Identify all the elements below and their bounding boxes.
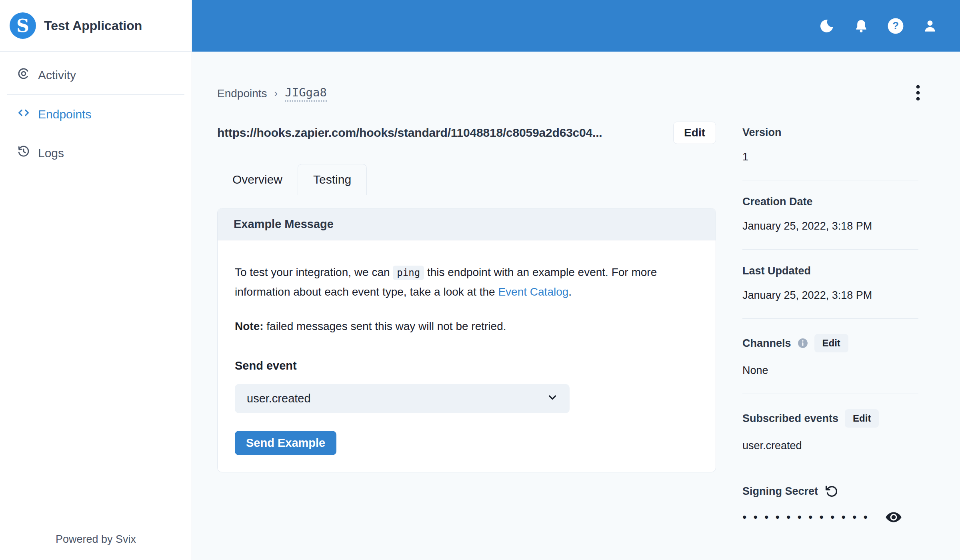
last-updated-label: Last Updated: [742, 265, 918, 277]
signing-secret-label-row: Signing Secret: [742, 484, 918, 498]
card-body: To test your integration, we can ping th…: [218, 240, 716, 472]
application-home-link[interactable]: S Test Application: [0, 0, 192, 52]
tab-overview[interactable]: Overview: [217, 164, 298, 195]
panel-divider: [742, 249, 918, 250]
help-question-icon[interactable]: ?: [887, 18, 904, 34]
edit-subscribed-events-button[interactable]: Edit: [845, 409, 879, 428]
breadcrumb-endpoint-id[interactable]: JIGga8: [285, 86, 327, 102]
send-example-button[interactable]: Send Example: [235, 431, 336, 455]
content-area: Endpoints › JIGga8 https://hooks.z: [192, 52, 960, 560]
main-column: ? Endpoints › JIGga8: [192, 0, 960, 560]
endpoint-main: https://hooks.zapier.com/hooks/standard/…: [217, 122, 716, 472]
app-root: S Test Application Activity: [0, 0, 960, 560]
sidebar-item-endpoints[interactable]: Endpoints: [0, 95, 192, 134]
tab-testing[interactable]: Testing: [298, 164, 367, 195]
sidebar-item-label: Logs: [38, 146, 64, 160]
reveal-secret-eye-icon[interactable]: [885, 508, 902, 526]
subscribed-events-label-row: Subscribed events Edit: [742, 409, 918, 428]
intro-text: .: [568, 286, 572, 298]
sidebar-spacer: [0, 172, 192, 533]
breadcrumb-separator-icon: ›: [274, 87, 278, 100]
chevron-down-icon: [546, 391, 558, 406]
event-catalog-link[interactable]: Event Catalog: [498, 286, 568, 298]
powered-by-label: Powered by Svix: [0, 533, 192, 560]
channels-info-icon[interactable]: [798, 338, 808, 348]
note-text: failed messages sent this way will not b…: [264, 320, 506, 332]
channels-label-row: Channels Edit: [742, 334, 918, 352]
sidebar-item-logs[interactable]: Logs: [0, 134, 192, 172]
card-title: Example Message: [218, 208, 716, 240]
sidebar-nav: Activity Endpoints: [0, 52, 192, 172]
signing-secret-row: ••••••••••••: [742, 508, 918, 526]
rotate-secret-icon[interactable]: [824, 484, 838, 498]
creation-date-label: Creation Date: [742, 196, 918, 208]
topbar: ?: [192, 0, 960, 52]
panel-divider: [742, 318, 918, 319]
endpoint-url: https://hooks.zapier.com/hooks/standard/…: [217, 126, 602, 140]
version-label: Version: [742, 126, 918, 139]
svix-logo: S: [10, 12, 36, 39]
edit-channels-button[interactable]: Edit: [814, 334, 848, 352]
channels-value: None: [742, 364, 918, 377]
event-type-selected-value: user.created: [247, 392, 311, 405]
subscribed-events-label: Subscribed events: [742, 412, 838, 425]
dark-mode-moon-icon[interactable]: [818, 18, 835, 34]
kebab-menu-icon[interactable]: [912, 83, 924, 104]
panel-divider: [742, 394, 918, 394]
sidebar: S Test Application Activity: [0, 0, 192, 560]
subscribed-events-value: user.created: [742, 440, 918, 452]
endpoint-details-panel: Version 1 Creation Date January 25, 2022…: [742, 122, 918, 526]
endpoint-url-row: https://hooks.zapier.com/hooks/standard/…: [217, 122, 716, 144]
creation-date-value: January 25, 2022, 3:18 PM: [742, 220, 918, 232]
event-type-select[interactable]: user.created: [235, 384, 570, 413]
sidebar-item-activity[interactable]: Activity: [0, 56, 192, 94]
sidebar-item-label: Endpoints: [38, 108, 91, 121]
panel-divider: [742, 469, 918, 469]
breadcrumb-endpoints-link[interactable]: Endpoints: [217, 87, 267, 100]
svg-text:?: ?: [892, 20, 899, 32]
edit-url-button[interactable]: Edit: [673, 122, 716, 144]
ping-code-chip: ping: [393, 266, 424, 280]
send-event-label: Send event: [235, 356, 698, 375]
last-updated-value: January 25, 2022, 3:18 PM: [742, 289, 918, 302]
panel-divider: [742, 180, 918, 180]
notifications-bell-icon[interactable]: [853, 18, 870, 34]
sidebar-item-label: Activity: [38, 68, 76, 82]
intro-text: To test your integration, we can: [235, 266, 393, 278]
endpoint-tabs: Overview Testing: [217, 164, 716, 195]
version-value: 1: [742, 151, 918, 163]
signing-secret-label: Signing Secret: [742, 485, 818, 498]
application-title: Test Application: [44, 18, 142, 33]
breadcrumb: Endpoints › JIGga8: [217, 86, 327, 102]
breadcrumb-row: Endpoints › JIGga8: [217, 83, 924, 104]
detail-layout: https://hooks.zapier.com/hooks/standard/…: [217, 122, 924, 526]
activity-disc-icon: [17, 67, 30, 83]
code-brackets-icon: [17, 106, 30, 122]
signing-secret-masked: ••••••••••••: [742, 508, 874, 526]
intro-paragraph: To test your integration, we can ping th…: [235, 263, 691, 302]
note-label: Note:: [235, 320, 264, 332]
history-clock-icon: [17, 145, 30, 161]
channels-label: Channels: [742, 337, 791, 350]
example-message-card: Example Message To test your integration…: [217, 208, 716, 472]
user-account-icon[interactable]: [922, 18, 938, 34]
note-line: Note: failed messages sent this way will…: [235, 317, 698, 336]
